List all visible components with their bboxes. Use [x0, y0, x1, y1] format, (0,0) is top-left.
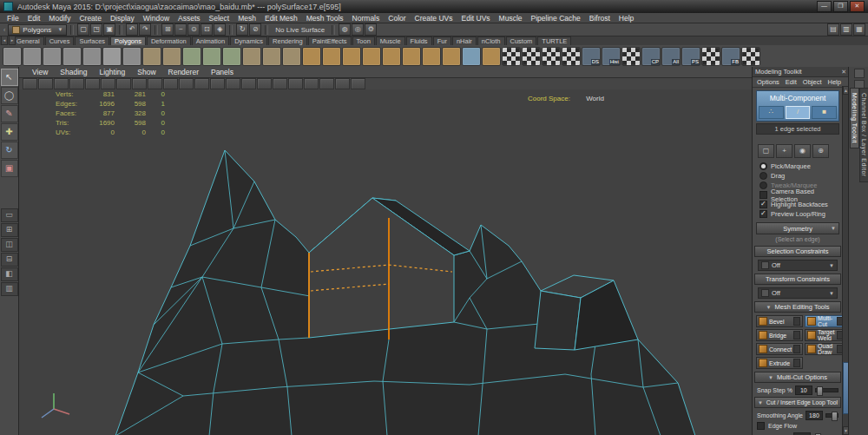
quad-draw-icon[interactable]	[462, 47, 481, 66]
shelf-tab[interactable]: nHair	[452, 36, 477, 45]
panel-menu-item[interactable]: Panels	[205, 68, 240, 76]
section-multicut-options[interactable]: ▼ Multi-Cut Options	[754, 372, 841, 383]
selection-constraints-dropdown[interactable]: Off ▼	[758, 260, 838, 271]
panel-menu-item[interactable]: Renderer	[162, 68, 205, 76]
camera-attributes-icon[interactable]	[54, 78, 69, 89]
select-camera-icon[interactable]	[23, 78, 37, 89]
film-gate-icon[interactable]	[132, 78, 147, 89]
snap-to-point-icon[interactable]: ⊙	[187, 23, 200, 36]
sidebar-toggle-icon[interactable]	[854, 69, 865, 78]
bevel-icon[interactable]	[322, 47, 341, 66]
statusline-collapse-icon[interactable]: ‹	[3, 27, 6, 33]
toolkit-menu-item[interactable]: Edit	[783, 78, 799, 86]
raycast-mode-icon[interactable]: ◉	[794, 144, 811, 158]
menu-item[interactable]: Create UVs	[411, 14, 457, 23]
subdivisions-field[interactable]: 1	[793, 432, 811, 435]
tool-button[interactable]: Quad Draw	[805, 343, 843, 355]
poly-sphere-icon[interactable]	[3, 47, 22, 66]
hist-shelf-button[interactable]: Hist	[602, 47, 621, 66]
menu-item[interactable]: Mesh Tools	[302, 14, 348, 23]
sidebar-channel-box-icon[interactable]: ▦	[853, 23, 865, 36]
menu-item[interactable]: Bifrost	[585, 14, 615, 23]
layout-four-view[interactable]: ⊞	[1, 223, 18, 237]
option-control[interactable]	[760, 210, 767, 218]
uv-editor-icon[interactable]	[621, 47, 641, 66]
panel-menu-item[interactable]: Show	[131, 68, 161, 76]
vertical-tab-modeling-toolkit[interactable]: Modeling Toolkit	[850, 88, 859, 148]
ds-shelf-button[interactable]: DS	[582, 47, 601, 66]
boolean-intersect-icon[interactable]	[222, 47, 241, 66]
lighting-icon[interactable]	[241, 78, 256, 89]
menu-item[interactable]: Display	[106, 14, 139, 23]
transform-constraints-dropdown[interactable]: Off ▼	[758, 287, 838, 299]
menu-item[interactable]: Normals	[348, 14, 385, 23]
layout-outliner-persp[interactable]: ▥	[1, 282, 18, 296]
shelf-tab[interactable]: Dynamics	[230, 36, 267, 45]
field-chart-icon[interactable]	[179, 78, 194, 89]
no-live-surface-label[interactable]: No Live Surface	[272, 26, 328, 34]
menu-item[interactable]: Edit Mesh	[260, 14, 302, 23]
ao-icon[interactable]	[273, 78, 287, 89]
paint-select-tool[interactable]: ✎	[1, 105, 18, 122]
open-scene-icon[interactable]: ◳	[90, 23, 102, 36]
no-construction-history-icon[interactable]: ⊘	[249, 23, 261, 36]
poly-torus-icon[interactable]	[82, 47, 102, 66]
menu-item[interactable]: Edit UVs	[457, 14, 495, 23]
multi-component-button[interactable]: Multi-Component	[757, 91, 838, 104]
tool-options-box[interactable]	[793, 345, 800, 353]
poly-cylinder-icon[interactable]	[43, 47, 62, 66]
boolean-difference-icon[interactable]	[202, 47, 221, 66]
menu-item[interactable]: Select	[205, 14, 234, 23]
separate-icon[interactable]	[162, 47, 181, 66]
shelf-tab[interactable]: Rendering	[268, 36, 307, 45]
edge-flow-checkbox[interactable]	[757, 422, 765, 430]
bridge-icon[interactable]	[342, 47, 361, 66]
automatic-mapping-icon[interactable]	[562, 47, 581, 66]
menu-item[interactable]: Assets	[174, 14, 205, 23]
shelf-tab[interactable]: Fluids	[406, 36, 432, 45]
shelf-tab[interactable]: PaintEffects	[308, 36, 352, 45]
target-weld-icon[interactable]	[482, 47, 501, 66]
menu-item[interactable]: Mesh	[233, 14, 260, 23]
section-edge-loop-tool[interactable]: ▼ Cut / Insert Edge Loop Tool	[754, 397, 841, 408]
layout-uv-icon[interactable]	[741, 47, 760, 66]
menu-item[interactable]: Edit	[23, 14, 45, 23]
reduce-icon[interactable]	[262, 47, 281, 66]
lasso-tool[interactable]: ◯	[1, 87, 18, 104]
poly-plane-icon[interactable]	[102, 47, 122, 66]
snap-to-plane-icon[interactable]: ⊡	[201, 23, 213, 36]
tool-button[interactable]: Target Weld	[805, 329, 843, 341]
snap-step-slider[interactable]	[815, 388, 838, 392]
section-selection-constraints[interactable]: Selection Constraints	[754, 246, 841, 257]
close-icon[interactable]: ✕	[841, 69, 846, 76]
edge-component-button[interactable]: /	[786, 106, 811, 119]
smooth-icon[interactable]	[242, 47, 261, 66]
tool-button[interactable]: Bridge	[756, 329, 803, 341]
layout-two-stacked[interactable]: ⊟	[1, 253, 18, 267]
undo-icon[interactable]: ↶	[126, 23, 138, 36]
planar-mapping-icon[interactable]	[502, 47, 521, 66]
combine-icon[interactable]	[142, 47, 161, 66]
shelf-tab[interactable]: Toon	[352, 36, 375, 45]
gate-mask-icon[interactable]	[163, 78, 178, 89]
safe-action-icon[interactable]	[194, 78, 209, 89]
shelf-tab[interactable]: Polygons	[110, 36, 146, 45]
append-polygon-icon[interactable]	[362, 47, 381, 66]
grid-icon[interactable]	[116, 78, 131, 89]
wireframe-on-shaded-icon[interactable]	[351, 78, 365, 89]
all-shelf-button[interactable]: All	[661, 47, 681, 66]
tool-button[interactable]: Bevel	[756, 315, 803, 327]
option-control[interactable]	[760, 191, 767, 199]
layout-two-side-by-side[interactable]: ◫	[1, 238, 18, 252]
menu-item[interactable]: Pipeline Cache	[527, 14, 585, 23]
menu-item[interactable]: Help	[615, 14, 638, 23]
ps-shelf-button[interactable]: PS	[681, 47, 700, 66]
two-d-pan-zoom-icon[interactable]	[101, 78, 115, 89]
boolean-union-icon[interactable]	[182, 47, 201, 66]
render-settings-icon[interactable]: ⚙	[365, 23, 377, 36]
unfold-uv-icon[interactable]	[701, 47, 720, 66]
safe-title-icon[interactable]	[210, 78, 225, 89]
offset-edge-loop-icon[interactable]	[422, 47, 441, 66]
scene-3d[interactable]	[19, 89, 753, 435]
shelf-tab[interactable]: Surfaces	[75, 36, 109, 45]
